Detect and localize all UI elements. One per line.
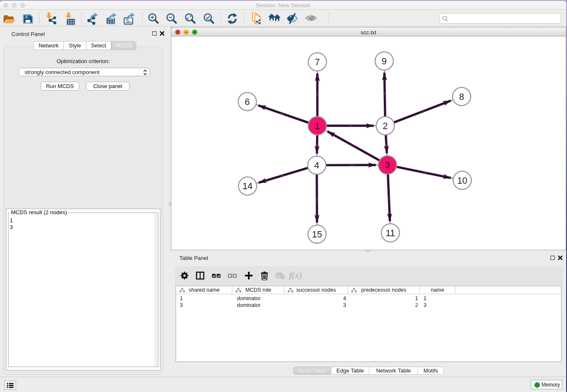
svg-text:8: 8 bbox=[459, 92, 464, 102]
svg-text:4: 4 bbox=[314, 160, 319, 171]
svg-text:3: 3 bbox=[385, 160, 390, 170]
svg-text:15: 15 bbox=[312, 229, 322, 240]
svg-text:1: 1 bbox=[315, 121, 320, 131]
svg-text:9: 9 bbox=[382, 56, 387, 66]
svg-text:11: 11 bbox=[385, 228, 395, 238]
svg-text:10: 10 bbox=[457, 176, 467, 186]
svg-text:7: 7 bbox=[315, 57, 320, 67]
svg-text:14: 14 bbox=[242, 181, 253, 191]
svg-text:6: 6 bbox=[245, 97, 250, 107]
svg-text:2: 2 bbox=[383, 121, 388, 131]
